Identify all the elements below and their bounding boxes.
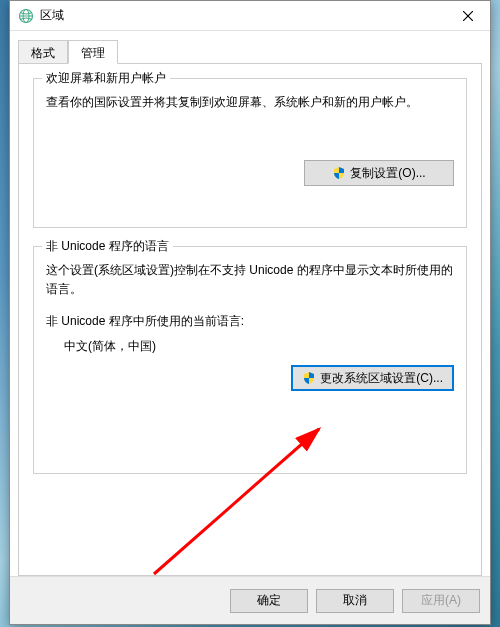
group-welcome-desc: 查看你的国际设置并将其复制到欢迎屏幕、系统帐户和新的用户帐户。	[46, 93, 454, 112]
apply-button[interactable]: 应用(A)	[402, 589, 480, 613]
shield-icon	[302, 371, 316, 385]
group-nonunicode-title: 非 Unicode 程序的语言	[42, 238, 173, 255]
tab-strip: 格式 管理	[18, 39, 482, 63]
tab-format[interactable]: 格式	[18, 40, 68, 64]
shield-icon	[332, 166, 346, 180]
cancel-button[interactable]: 取消	[316, 589, 394, 613]
close-button[interactable]	[446, 1, 490, 31]
group-nonunicode-desc: 这个设置(系统区域设置)控制在不支持 Unicode 的程序中显示文本时所使用的…	[46, 261, 454, 299]
region-dialog: 区域 格式 管理 欢迎屏幕和新用户帐户 查看你的国际设置并将其复制到欢迎屏幕、系…	[9, 0, 491, 625]
change-locale-label: 更改系统区域设置(C)...	[320, 370, 443, 387]
group-nonunicode: 非 Unicode 程序的语言 这个设置(系统区域设置)控制在不支持 Unico…	[33, 246, 467, 474]
current-language-value: 中文(简体，中国)	[64, 338, 454, 355]
current-language-label: 非 Unicode 程序中所使用的当前语言:	[46, 313, 454, 330]
copy-settings-button[interactable]: 复制设置(O)...	[304, 160, 454, 186]
copy-settings-label: 复制设置(O)...	[350, 165, 425, 182]
tab-admin[interactable]: 管理	[68, 40, 118, 64]
ok-button[interactable]: 确定	[230, 589, 308, 613]
tab-area: 格式 管理 欢迎屏幕和新用户帐户 查看你的国际设置并将其复制到欢迎屏幕、系统帐户…	[10, 31, 490, 576]
dialog-button-bar: 确定 取消 应用(A)	[10, 576, 490, 624]
group-welcome: 欢迎屏幕和新用户帐户 查看你的国际设置并将其复制到欢迎屏幕、系统帐户和新的用户帐…	[33, 78, 467, 228]
change-locale-button[interactable]: 更改系统区域设置(C)...	[291, 365, 454, 391]
globe-icon	[18, 8, 34, 24]
group-welcome-title: 欢迎屏幕和新用户帐户	[42, 70, 170, 87]
tab-content: 欢迎屏幕和新用户帐户 查看你的国际设置并将其复制到欢迎屏幕、系统帐户和新的用户帐…	[18, 63, 482, 576]
titlebar: 区域	[10, 1, 490, 31]
dialog-title: 区域	[40, 7, 446, 24]
